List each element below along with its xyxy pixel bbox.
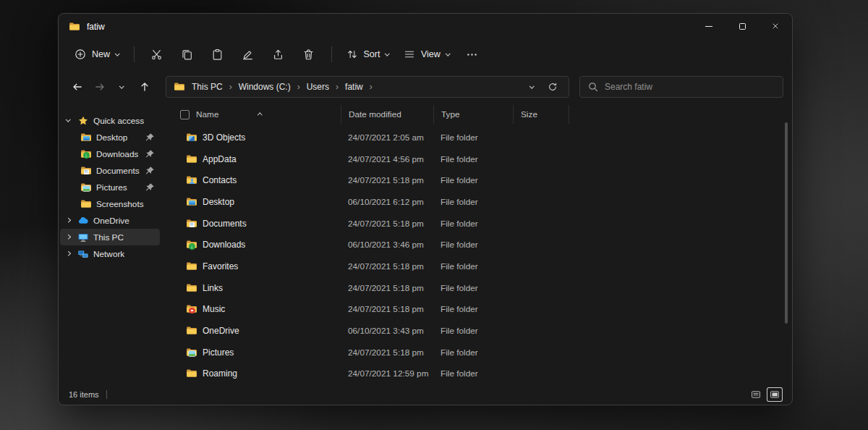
copy-button[interactable] (174, 43, 201, 65)
sidebar-item-network[interactable]: Network (60, 245, 160, 262)
forward-button[interactable] (90, 77, 109, 97)
file-name: AppData (203, 154, 237, 164)
up-button[interactable] (135, 77, 154, 97)
chevron-down-icon (446, 51, 450, 55)
file-date-modified: 24/07/2021 4:56 pm (341, 154, 433, 164)
rename-button[interactable] (234, 43, 262, 65)
pin-icon (144, 148, 156, 160)
breadcrumb-item[interactable]: Users (307, 82, 329, 92)
maximize-icon (739, 23, 746, 30)
refresh-button[interactable] (544, 82, 561, 92)
file-name-cell: Pictures (177, 347, 341, 358)
file-name-cell: 3D Objects (177, 132, 341, 143)
sidebar-item-onedrive[interactable]: OneDrive (60, 212, 160, 229)
delete-button[interactable] (295, 43, 323, 65)
details-view-button[interactable] (749, 388, 763, 401)
search-box[interactable] (579, 76, 783, 98)
back-button[interactable] (67, 77, 87, 97)
column-header-date-modified[interactable]: Date modified (341, 105, 433, 124)
file-name: 3D Objects (203, 132, 245, 143)
file-name: Favorites (203, 261, 238, 271)
file-type: File folder (433, 197, 513, 207)
sort-ascending-indicator (258, 106, 262, 119)
file-row-favorites[interactable]: Favorites24/07/2021 5:18 pmFile folder (177, 256, 792, 277)
desktop-icon (80, 132, 92, 143)
more-options-button[interactable] (458, 43, 485, 65)
file-name-cell: Desktop (177, 196, 341, 208)
breadcrumb-separator[interactable]: › (336, 82, 339, 92)
column-header-type[interactable]: Type (433, 105, 513, 124)
folder-icon (69, 21, 80, 33)
sidebar-item-desktop[interactable]: Desktop (60, 129, 160, 146)
vertical-scrollbar[interactable] (785, 111, 788, 377)
sort-button[interactable]: Sort (339, 43, 396, 65)
chevron-right-icon[interactable] (63, 235, 73, 239)
chevron-down-icon[interactable] (63, 119, 73, 122)
file-name: Music (203, 304, 225, 314)
sidebar-item-downloads[interactable]: ↓Downloads (60, 146, 160, 162)
recent-locations-button[interactable] (112, 77, 132, 97)
sidebar-item-this-pc[interactable]: This PC (60, 229, 160, 245)
file-row-music[interactable]: Music24/07/2021 5:18 pmFile folder (177, 299, 792, 321)
share-button[interactable] (265, 43, 292, 65)
file-row-contacts[interactable]: Contacts24/07/2021 5:18 pmFile folder (177, 169, 792, 191)
scrollbar-thumb[interactable] (785, 122, 788, 324)
paste-button[interactable] (204, 43, 231, 65)
folder-icon (186, 153, 197, 165)
breadcrumb-item[interactable]: fatiw (345, 82, 363, 92)
window-title: fatiw (87, 22, 105, 32)
file-row-onedrive[interactable]: OneDrive06/10/2021 3:43 pmFile folder (177, 320, 792, 342)
breadcrumb-separator[interactable]: › (370, 82, 373, 92)
file-name: Desktop (203, 197, 234, 207)
address-dropdown-button[interactable] (526, 85, 538, 89)
thumbnail-view-button[interactable] (767, 388, 782, 401)
new-button[interactable]: New (67, 43, 127, 65)
breadcrumb-separator[interactable]: › (229, 82, 232, 92)
file-type: File folder (433, 240, 513, 250)
sidebar-item-screenshots[interactable]: Screenshots (60, 195, 160, 212)
folder-icon (186, 132, 197, 143)
sidebar-list: Quick accessDesktop↓DownloadsDocumentsPi… (59, 112, 161, 262)
file-date-modified: 24/07/2021 5:18 pm (341, 283, 433, 293)
breadcrumb-item[interactable]: Windows (C:) (239, 82, 291, 92)
chevron-down-icon (115, 51, 119, 55)
folder-icon (186, 325, 197, 337)
minimize-button[interactable] (692, 14, 726, 38)
statusbar-divider (106, 390, 107, 399)
file-date-modified: 24/07/2021 12:59 pm (341, 368, 433, 379)
titlebar[interactable]: fatiw (59, 14, 792, 40)
view-button[interactable]: View (396, 43, 456, 65)
address-folder-icon (174, 81, 185, 93)
search-input[interactable] (605, 82, 775, 92)
breadcrumb-item[interactable]: This PC (192, 82, 223, 92)
file-row-desktop[interactable]: Desktop06/10/2021 6:12 pmFile folder (177, 191, 792, 213)
minimize-icon (705, 26, 712, 27)
sidebar-item-label: OneDrive (93, 216, 129, 226)
file-row-pictures[interactable]: Pictures24/07/2021 5:18 pmFile folder (177, 342, 792, 363)
close-button[interactable] (759, 14, 792, 38)
window-controls (692, 14, 792, 40)
sidebar-item-documents[interactable]: Documents (60, 162, 160, 179)
column-header-size[interactable]: Size (513, 105, 569, 124)
file-type: File folder (433, 154, 513, 164)
file-row-downloads[interactable]: ↓Downloads06/10/2021 3:46 pmFile folder (177, 234, 792, 256)
sidebar-item-pictures[interactable]: Pictures (60, 179, 160, 195)
file-row-documents[interactable]: Documents24/07/2021 5:18 pmFile folder (177, 213, 792, 235)
file-name: Pictures (203, 347, 234, 358)
maximize-button[interactable] (726, 14, 759, 38)
command-bar: New Sort View (59, 40, 792, 69)
documents-icon (80, 165, 92, 177)
chevron-right-icon[interactable] (63, 252, 73, 256)
sidebar-item-quick-access[interactable]: Quick access (60, 112, 160, 129)
breadcrumb-separator[interactable]: › (297, 82, 300, 92)
select-all-checkbox[interactable] (180, 110, 190, 119)
file-row-appdata[interactable]: AppData24/07/2021 4:56 pmFile folder (177, 148, 792, 170)
file-row-roaming[interactable]: Roaming24/07/2021 12:59 pmFile folder (177, 363, 792, 385)
chevron-right-icon[interactable] (63, 219, 73, 222)
file-row-links[interactable]: Links24/07/2021 5:18 pmFile folder (177, 277, 792, 299)
folder-icon (186, 196, 197, 208)
cut-button[interactable] (143, 43, 171, 65)
address-bar[interactable]: This PC›Windows (C:)›Users›fatiw› (166, 76, 569, 98)
file-date-modified: 24/07/2021 5:18 pm (341, 175, 433, 185)
file-row-3d-objects[interactable]: 3D Objects24/07/2021 2:05 amFile folder (177, 127, 792, 148)
